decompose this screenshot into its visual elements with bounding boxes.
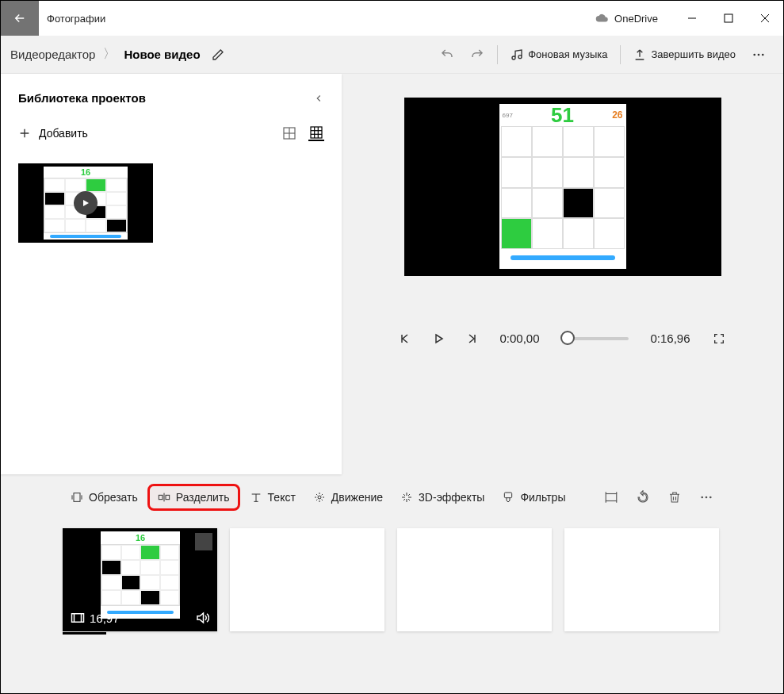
chevron-left-icon	[313, 93, 324, 104]
storyboard-placeholder[interactable]	[230, 528, 384, 631]
grid-large-button[interactable]	[281, 125, 297, 141]
minimize-button[interactable]	[674, 1, 710, 36]
back-button[interactable]	[1, 1, 39, 36]
svg-point-22	[709, 497, 712, 499]
play-icon	[433, 333, 444, 344]
rename-button[interactable]	[208, 45, 228, 64]
collapse-button[interactable]	[313, 93, 324, 104]
undo-icon	[440, 48, 454, 62]
play-button[interactable]	[433, 333, 444, 344]
svg-rect-1	[725, 14, 732, 22]
more-button[interactable]	[744, 43, 774, 67]
library-panel: Библиотека проектов Добавить 16	[1, 74, 342, 474]
svg-rect-8	[311, 127, 322, 138]
time-current: 0:00,00	[499, 332, 539, 345]
preview-right-stat: 26	[612, 109, 622, 121]
undo-button[interactable]	[432, 43, 462, 67]
trim-label: Обрезать	[89, 491, 138, 504]
step-forward-icon	[466, 333, 477, 344]
motion-label: Движение	[331, 491, 383, 504]
chevron-right-icon: 〉	[103, 46, 116, 63]
seek-bar[interactable]	[562, 337, 629, 340]
rotate-icon	[636, 490, 650, 504]
storyboard-clip[interactable]: 16 16,97	[63, 528, 217, 631]
aspect-ratio-button[interactable]	[596, 485, 626, 509]
split-label: Разделить	[176, 491, 230, 504]
breadcrumb-current: Новое видео	[124, 48, 200, 61]
svg-rect-14	[159, 495, 163, 499]
maximize-button[interactable]	[710, 1, 747, 36]
finish-video-button[interactable]: Завершить видео	[625, 44, 744, 66]
prev-frame-button[interactable]	[400, 333, 411, 344]
library-thumbnail[interactable]: 16	[18, 163, 153, 243]
aspect-icon	[604, 490, 618, 504]
svg-rect-13	[74, 493, 80, 502]
filters-label: Фильтры	[520, 491, 565, 504]
play-overlay[interactable]	[74, 191, 98, 215]
volume-icon[interactable]	[195, 611, 209, 625]
split-button[interactable]: Разделить	[147, 484, 240, 511]
onedrive-link[interactable]: OneDrive	[595, 13, 658, 25]
plus-icon	[18, 127, 31, 140]
svg-rect-19	[606, 494, 617, 501]
3d-effects-label: 3D-эффекты	[419, 491, 484, 504]
time-total: 0:16,96	[651, 332, 690, 345]
redo-icon	[470, 48, 484, 62]
svg-point-21	[706, 497, 708, 499]
close-button[interactable]	[747, 1, 783, 36]
svg-point-2	[753, 53, 755, 56]
filters-button[interactable]: Фильтры	[494, 486, 573, 508]
export-icon	[633, 48, 646, 61]
arrow-left-icon	[13, 11, 27, 25]
clip-thumb-score: 16	[101, 531, 180, 544]
preview-left-stat: 697	[503, 112, 513, 119]
svg-rect-18	[505, 493, 512, 498]
sparkle-icon	[400, 491, 413, 504]
clip-menu-icon[interactable]	[195, 533, 212, 550]
text-label: Текст	[268, 491, 296, 504]
svg-point-3	[758, 53, 760, 56]
bg-music-label: Фоновая музыка	[528, 48, 607, 60]
add-button[interactable]: Добавить	[18, 127, 88, 140]
breadcrumb-root[interactable]: Видеоредактор	[10, 48, 95, 61]
text-button[interactable]: Текст	[242, 486, 304, 508]
add-label: Добавить	[39, 127, 88, 140]
svg-point-17	[318, 496, 321, 499]
app-title: Фотографии	[47, 13, 105, 25]
storyboard-placeholder[interactable]	[564, 528, 719, 631]
fullscreen-icon	[713, 332, 725, 345]
trash-icon	[667, 490, 682, 504]
seek-handle[interactable]	[560, 331, 575, 345]
storyboard-placeholder[interactable]	[397, 528, 552, 631]
more-icon	[699, 490, 713, 504]
step-back-icon	[400, 333, 411, 344]
preview-video: 697 51 26	[404, 98, 721, 276]
grid-small-icon	[310, 126, 323, 139]
svg-rect-15	[166, 495, 170, 499]
preview-score: 51	[551, 103, 574, 128]
cloud-icon	[595, 13, 610, 23]
thumb-score: 16	[44, 167, 128, 178]
trim-icon	[71, 491, 83, 504]
delete-button[interactable]	[660, 485, 690, 509]
more-icon	[751, 48, 766, 62]
3d-effects-button[interactable]: 3D-эффекты	[392, 486, 492, 508]
motion-button[interactable]: Движение	[305, 486, 391, 508]
fullscreen-button[interactable]	[713, 332, 725, 345]
next-frame-button[interactable]	[466, 333, 477, 344]
trim-button[interactable]: Обрезать	[63, 486, 146, 508]
split-icon	[158, 491, 170, 504]
rotate-button[interactable]	[628, 485, 658, 509]
redo-button[interactable]	[462, 43, 492, 67]
film-icon	[71, 612, 85, 623]
bg-music-button[interactable]: Фоновая музыка	[503, 44, 615, 66]
library-title: Библиотека проектов	[18, 91, 146, 105]
grid-small-button[interactable]	[308, 125, 324, 141]
svg-point-4	[762, 53, 764, 56]
more-actions-button[interactable]	[691, 485, 721, 509]
filter-icon	[502, 491, 514, 504]
grid-large-icon	[283, 127, 296, 140]
music-icon	[511, 48, 523, 61]
pencil-icon	[212, 48, 224, 61]
text-icon	[250, 491, 262, 504]
